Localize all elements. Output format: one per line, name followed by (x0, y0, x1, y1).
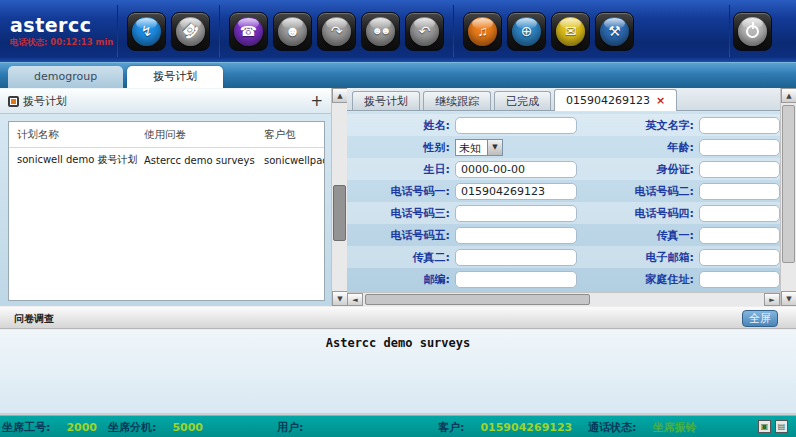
chevron-down-icon[interactable]: ▼ (487, 140, 502, 155)
name-input[interactable] (455, 117, 577, 134)
agent-id-status: 坐席工号:2000 (2, 420, 97, 435)
scrollbar-thumb[interactable] (333, 185, 346, 241)
tab-completed[interactable]: 已完成 (494, 91, 551, 110)
col-plan-name: 计划名称 (13, 128, 140, 142)
agent-id-value: 2000 (66, 421, 97, 434)
form-vertical-scrollbar[interactable]: ▲ ▼ (780, 88, 796, 306)
tab-customer-number[interactable]: 015904269123× (554, 89, 677, 111)
field-label: 身份证: (582, 162, 694, 177)
scroll-left-icon[interactable]: ◄ (347, 293, 363, 306)
group-tab-bar: demogroup 拨号计划 (0, 62, 796, 88)
left-panel-scrollbar[interactable]: ▲ ▼ (331, 88, 347, 306)
zipcode-input[interactable] (455, 271, 577, 288)
col-survey: 使用问卷 (140, 128, 260, 142)
record-icon[interactable]: ▤ (775, 420, 788, 433)
transfer-icon[interactable]: ↷ (317, 12, 356, 51)
field-label: 电话号码四: (582, 206, 694, 221)
table-row[interactable]: sonicwell demo 拨号计划 Astercc demo surveys… (9, 148, 324, 172)
field-label: 电话号码二: (582, 184, 694, 199)
panel-title: 拨号计划 (23, 94, 67, 109)
main-area: 拨号计划 + 计划名称 使用问卷 客户包 sonicwell demo 拨号计划… (0, 88, 796, 306)
tab-demogroup[interactable]: demogroup (8, 66, 123, 88)
gender-select[interactable]: 未知 ▼ (455, 139, 503, 156)
status-bar: 坐席工号:2000 坐席分机:5000 用户: 客户:015904269123 … (0, 415, 796, 437)
scroll-right-icon[interactable]: ► (764, 293, 780, 306)
fax1-input[interactable] (699, 227, 780, 244)
phone1-input[interactable] (455, 183, 577, 200)
phone4-input[interactable] (699, 205, 780, 222)
app-header: astercc 电话状态: 00:12:13 min ↯ ☎ ☎ ☻ ↷ ☻☻ (0, 0, 796, 62)
web-icon[interactable]: ⊕ (507, 12, 546, 51)
survey-bar-title: 问卷调查 (14, 312, 54, 326)
fax2-input[interactable] (455, 249, 577, 266)
power-icon[interactable] (733, 12, 772, 51)
idcard-input[interactable] (699, 161, 780, 178)
close-tab-icon[interactable]: × (656, 94, 665, 107)
email-icon[interactable]: ✉ (551, 12, 590, 51)
field-label: 邮编: (347, 272, 450, 287)
cell-survey: Astercc demo surveys (140, 155, 260, 166)
tab-follow-up[interactable]: 继续跟踪 (423, 91, 491, 110)
field-label: 生日: (347, 162, 450, 177)
field-label: 电话号码三: (347, 206, 450, 221)
field-label: 传真二: (347, 250, 450, 265)
agent-extension-value: 5000 (172, 421, 203, 434)
dialplan-panel: 拨号计划 + 计划名称 使用问卷 客户包 sonicwell demo 拨号计划… (0, 88, 331, 306)
customer-panel: 拨号计划 继续跟踪 已完成 015904269123× 姓名: 英文名字: 性别… (347, 88, 780, 306)
plan-panel-icon (8, 96, 19, 107)
tab-dialplan-list[interactable]: 拨号计划 (352, 91, 420, 110)
user-status: 用户: (277, 420, 319, 435)
address-input[interactable] (699, 271, 780, 288)
field-label: 电话号码五: (347, 228, 450, 243)
scroll-down-icon[interactable]: ▼ (332, 291, 348, 306)
sound-icon[interactable]: ♫ (463, 12, 502, 51)
scrollbar-thumb[interactable] (782, 105, 795, 263)
add-plan-button[interactable]: + (310, 94, 323, 109)
call-state-status: 通话状态:坐席振铃 (588, 420, 696, 435)
form-horizontal-scrollbar[interactable]: ◄ ► (347, 292, 780, 306)
col-customer-pack: 客户包 (260, 128, 324, 142)
customer-form: 姓名: 英文名字: 性别: 未知 ▼ 年龄: 生日: (347, 112, 780, 292)
customer-icon[interactable]: ☻ (273, 12, 312, 51)
tab-dialplan[interactable]: 拨号计划 (127, 66, 223, 88)
cell-plan-name: sonicwell demo 拨号计划 (13, 153, 140, 167)
return-call-icon[interactable]: ↶ (405, 12, 444, 51)
age-input[interactable] (699, 139, 780, 156)
survey-bar: 问卷调查 全屏 (0, 306, 796, 329)
field-label: 姓名: (347, 118, 450, 133)
phone3-input[interactable] (455, 205, 577, 222)
fullscreen-button[interactable]: 全屏 (742, 310, 778, 327)
customer-status: 客户:015904269123 (438, 420, 572, 435)
toolbar-separator (117, 5, 118, 57)
customer-value: 015904269123 (480, 421, 572, 434)
toolbar-separator (219, 5, 220, 57)
birthday-input[interactable] (455, 161, 577, 178)
conference-icon[interactable]: ☻☻ (361, 12, 400, 51)
scroll-up-icon[interactable]: ▲ (332, 88, 348, 103)
agent-status-icon[interactable]: ↯ (127, 12, 166, 51)
plan-table-header: 计划名称 使用问卷 客户包 (9, 122, 324, 148)
logo-block: astercc 电话状态: 00:12:13 min (0, 14, 114, 49)
call-state-value: 坐席振铃 (652, 421, 696, 434)
phone5-input[interactable] (455, 227, 577, 244)
survey-content: Astercc demo surveys (0, 330, 796, 415)
dial-call-icon[interactable]: ☎ (229, 12, 268, 51)
toolbar-group-media: ♫ ⊕ ✉ ⚒ (457, 12, 640, 51)
scrollbar-thumb[interactable] (365, 294, 590, 305)
tools-icon[interactable]: ⚒ (595, 12, 634, 51)
scroll-down-icon[interactable]: ▼ (781, 291, 796, 306)
scroll-up-icon[interactable]: ▲ (781, 88, 796, 103)
app-logo: astercc (10, 14, 114, 36)
hangup-phone-icon[interactable]: ☎ (171, 12, 210, 51)
popup-window-icon[interactable]: ▣ (758, 420, 771, 433)
phone2-input[interactable] (699, 183, 780, 200)
english-name-input[interactable] (699, 117, 780, 134)
field-label: 电话号码一: (347, 184, 450, 199)
email-input[interactable] (699, 249, 780, 266)
agent-extension-status: 坐席分机:5000 (108, 420, 203, 435)
field-label: 传真一: (582, 228, 694, 243)
field-label: 家庭住址: (582, 272, 694, 287)
survey-name: Astercc demo surveys (0, 330, 796, 350)
cell-customer-pack: sonicwellpack (260, 155, 324, 166)
field-label: 电子邮箱: (582, 250, 694, 265)
